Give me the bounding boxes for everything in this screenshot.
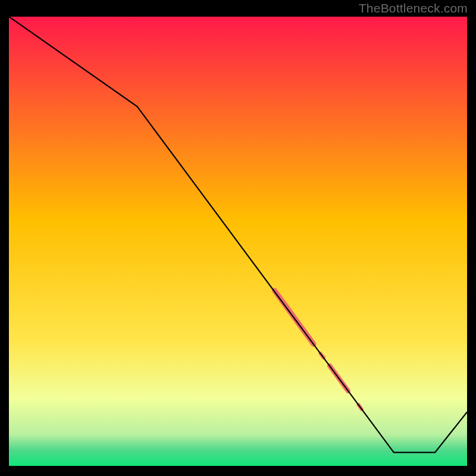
plot-area: [9, 17, 467, 466]
chart-container: TheBottleneck.com: [0, 0, 476, 476]
gradient-background: [9, 17, 467, 466]
chart-svg: [9, 17, 467, 466]
attribution-label: TheBottleneck.com: [359, 1, 468, 15]
